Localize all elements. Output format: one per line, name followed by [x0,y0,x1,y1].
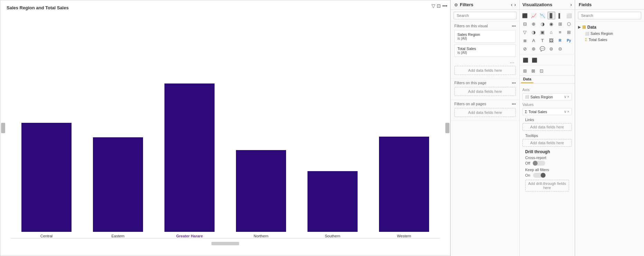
filters-add-data-visual[interactable]: Add data fields here [454,66,516,75]
bar-group-western[interactable]: $22,206,499.49Western [368,131,440,238]
drill-section: Drill through Cross-report Off Keep all … [522,148,572,194]
viz-panel: Visualizations › ⬛ 📈 📉 ▊ ▌ ⬜ ⊟ ⊕ ◑ ◉ ⊞ ⬡… [520,0,575,256]
viz-waterfall[interactable]: ⊟ [521,20,529,28]
viz-expand-icon[interactable]: › [570,2,572,7]
more-icon[interactable]: ••• [442,3,447,9]
viz-paginated[interactable]: ⊝ [556,45,564,52]
viz-tab-analytics-icon[interactable]: ⊡ [538,67,545,75]
viz-column-chart[interactable]: ▌ [556,12,564,19]
bar-rect[interactable] [21,123,72,232]
scroll-left[interactable] [1,123,5,133]
viz-slicer[interactable]: ≣ [521,37,529,44]
drill-add-field[interactable]: Add drill-through fields here [525,180,569,191]
filters-on-visual-section: Filters on this visual ••• Sales Region … [451,22,519,79]
viz-tab-format-icon[interactable]: ⊠ [529,67,537,75]
tree-item-total-sales-label: Total Sales [589,38,607,42]
viz-tab-table-icon[interactable]: ⊞ [521,67,529,75]
bar-rect[interactable] [307,171,358,232]
chart-toolbar: ▽ ⊡ ••• [432,3,447,9]
filter-total-sales[interactable]: Total Sales is (All) [454,44,516,57]
viz-ribbon[interactable]: ⬜ [565,12,573,19]
bar-group-greater-harare[interactable]: $34,584,734.94Greater Harare [154,78,225,238]
bar-group-central[interactable]: $25,434,791.28Central [11,118,82,238]
filters-add-data-all[interactable]: Add data fields here [454,108,516,117]
viz-smart-narrative[interactable]: ⊜ [548,45,555,52]
field-total-chevron-icon[interactable]: ∨ [564,109,567,114]
viz-area-chart[interactable]: 📉 [539,12,546,19]
viz-image[interactable]: 🖼 [548,37,555,44]
filters-title: Filters [460,2,509,7]
viz-decomp[interactable]: ⊛ [530,45,538,52]
filter-total-sales-name: Total Sales [457,47,513,51]
fit-icon[interactable]: ⊡ [437,3,441,9]
viz-shape[interactable]: A [530,37,538,44]
viz-textbox[interactable]: T [539,37,546,44]
tree-item-sales-region[interactable]: ⬜ Sales Region [578,30,641,37]
filters-more-dots[interactable]: ... [454,58,516,65]
viz-bar-chart[interactable]: ▊ [548,12,555,19]
bar-rect[interactable] [379,137,429,232]
viz-python[interactable]: Py [565,37,573,44]
bar-group-southern[interactable]: $14,165,095.40Southern [297,166,368,238]
viz-card[interactable]: ▣ [539,28,546,36]
viz-tooltips-add[interactable]: Add data fields here [522,139,572,147]
viz-stacked-bar[interactable]: ⬛ [521,12,529,19]
viz-field-total-sales[interactable]: Σ Total Sales ∨ × [522,108,572,115]
drill-cross-toggle-row: Off [525,161,569,166]
field-total-sales-text: Total Sales [529,110,562,114]
viz-pie[interactable]: ◑ [539,20,546,28]
scroll-bottom[interactable] [211,242,239,245]
filters-on-all-dots[interactable]: ••• [512,102,516,106]
filters-collapse-icon[interactable]: ‹ [511,2,512,7]
filter-sales-region[interactable]: Sales Region is (All) [454,30,516,43]
field-chevron-icon[interactable]: ∨ [564,95,567,99]
filters-on-visual-dots[interactable]: ••• [512,24,516,28]
viz-links-add[interactable]: Add data fields here [522,123,572,131]
viz-donut[interactable]: ◉ [548,20,555,28]
drill-keep-toggle[interactable] [533,173,546,178]
drill-cross-toggle[interactable] [533,161,545,166]
viz-custom2[interactable]: ⬛ [531,56,538,64]
bar-rect[interactable] [164,83,215,232]
bar-rect[interactable] [93,137,143,232]
viz-matrix[interactable]: ⊞ [565,28,573,36]
bar-region-label: Central [40,234,53,238]
viz-qs[interactable]: ⊘ [521,45,529,52]
fields-title: Fields [579,2,641,7]
bar-rect[interactable] [236,150,286,232]
viz-scatter[interactable]: ⊕ [530,20,538,28]
viz-tab-data[interactable]: Data [521,76,533,83]
bar-region-label: Greater Harare [176,234,203,238]
viz-custom1[interactable]: ⬛ [522,56,529,64]
viz-tooltips-label: Tooltips [522,132,572,139]
tree-item-total-sales[interactable]: Σ Total Sales [578,37,641,43]
viz-line-chart[interactable]: 📈 [530,12,538,19]
bar-group-northern[interactable]: $19,090,471.90Northern [225,145,297,238]
fields-search-input[interactable] [578,12,641,19]
filters-add-data-page[interactable]: Add data fields here [454,87,516,96]
viz-treemap[interactable]: ⊞ [556,20,564,28]
viz-kpi[interactable]: ⌂ [548,28,555,36]
field-total-remove-icon[interactable]: × [567,109,569,114]
field-remove-icon[interactable]: × [567,95,569,99]
filters-on-page-dots[interactable]: ••• [512,81,516,85]
tree-root-data[interactable]: ▶ ⊞ Data [578,24,641,30]
bar-value-label: $25,434,791.28 [35,118,59,121]
viz-table[interactable]: ≡ [556,28,564,36]
drill-keep-label: Keep all filters [525,168,569,172]
x-axis [11,238,440,238]
filters-search-input[interactable] [454,12,517,19]
viz-funnel[interactable]: ▽ [521,28,529,36]
viz-field-sales-region[interactable]: ⬜ Sales Region ∨ × [522,93,572,100]
viz-map[interactable]: ⬡ [565,20,573,28]
viz-gauge[interactable]: ◑ [530,28,538,36]
scroll-right[interactable] [445,123,449,133]
filter-icon[interactable]: ▽ [432,3,435,9]
viz-narrative[interactable]: 💬 [539,45,546,52]
filters-expand-icon[interactable]: › [514,2,516,7]
bar-region-label: Northern [254,234,268,238]
bar-group-eastern[interactable]: $22,042,993.72Eastern [82,132,154,238]
chart-body: $25,434,791.28Central$22,042,993.72Easte… [4,15,447,238]
viz-r-visual[interactable]: R [556,37,564,44]
filters-on-all-section: Filters on all pages ••• Add data fields… [451,100,519,121]
